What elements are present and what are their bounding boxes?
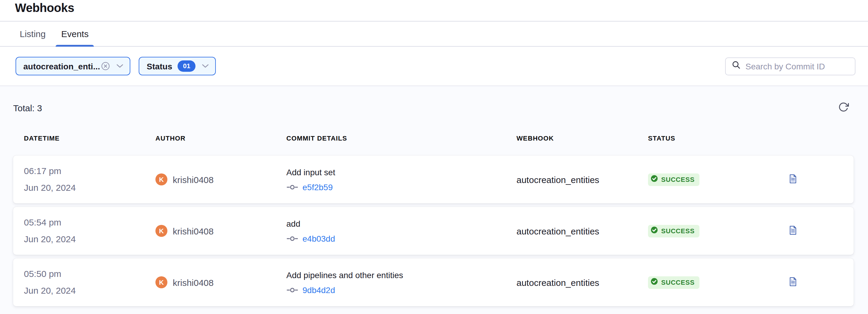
actions-cell [777, 224, 854, 238]
trigger-filter-chip[interactable]: autocreation_enti... [16, 57, 131, 75]
status-label: SUCCESS [661, 227, 695, 234]
event-time: 05:50 pm [24, 265, 155, 282]
webhook-name: autocreation_entities [517, 277, 599, 287]
webhook-cell: autocreation_entities [517, 174, 648, 184]
refresh-button[interactable] [837, 100, 850, 115]
circle-x-icon[interactable] [101, 62, 110, 70]
page-title: Webhooks [15, 1, 74, 15]
event-time: 06:17 pm [24, 163, 155, 179]
status-badge: SUCCESS [648, 225, 700, 237]
chevron-down-icon [117, 64, 123, 68]
column-header-status: STATUS [648, 135, 777, 142]
table-header: DATETIME AUTHOR COMMIT DETAILS WEBHOOK S… [13, 127, 854, 149]
trigger-filter-label: autocreation_enti... [23, 61, 100, 71]
datetime-cell: 06:17 pm Jun 20, 2024 [24, 163, 155, 196]
author-cell: K krishi0408 [155, 225, 286, 237]
git-commit-icon [286, 233, 298, 244]
commit-details-cell: Add pipelines and other entities 9db4d2d [286, 269, 517, 296]
tab-listing-label: Listing [20, 29, 46, 39]
document-icon [789, 225, 797, 236]
document-icon [789, 174, 797, 185]
author-name: krishi0408 [173, 174, 214, 184]
avatar: K [155, 225, 167, 237]
commit-link[interactable]: e4b03dd [286, 232, 517, 244]
webhook-name: autocreation_entities [517, 226, 599, 236]
avatar: K [155, 173, 167, 185]
document-icon [789, 277, 797, 288]
check-circle-icon [650, 174, 658, 185]
column-header-datetime: DATETIME [24, 135, 155, 142]
page-header: Webhooks [0, 0, 868, 22]
event-row: 05:50 pm Jun 20, 2024 K krishi0408 Add p… [13, 258, 854, 306]
filter-bar: autocreation_enti... Status 01 [0, 47, 868, 86]
author-name: krishi0408 [173, 277, 214, 287]
total-row: Total: 3 [13, 98, 854, 117]
tab-events-label: Events [61, 29, 89, 39]
commit-link[interactable]: e5f2b59 [286, 181, 517, 193]
commit-id-link[interactable]: e4b03dd [303, 232, 335, 244]
event-row: 05:54 pm Jun 20, 2024 K krishi0408 add e… [13, 207, 854, 255]
tab-events[interactable]: Events [56, 22, 94, 46]
commit-message: add [286, 218, 517, 229]
datetime-cell: 05:54 pm Jun 20, 2024 [24, 214, 155, 248]
column-header-commit-details: COMMIT DETAILS [286, 135, 517, 142]
check-circle-icon [650, 277, 658, 288]
chevron-down-icon [203, 64, 209, 68]
status-filter-chip[interactable]: Status 01 [139, 57, 216, 75]
status-cell: SUCCESS [648, 173, 777, 186]
git-commit-icon [286, 181, 298, 192]
commit-id-link[interactable]: 9db4d2d [303, 284, 335, 296]
webhook-name: autocreation_entities [517, 174, 599, 184]
datetime-cell: 05:50 pm Jun 20, 2024 [24, 265, 155, 299]
search-icon [732, 60, 741, 72]
status-label: SUCCESS [661, 176, 695, 183]
status-filter-label: Status [147, 61, 173, 71]
active-tab-underline [56, 45, 94, 47]
webhooks-events-page: Webhooks Listing Events autocreation_ent… [0, 0, 868, 314]
status-badge: SUCCESS [648, 173, 700, 186]
webhook-cell: autocreation_entities [517, 277, 648, 287]
event-date: Jun 20, 2024 [24, 179, 155, 196]
event-date: Jun 20, 2024 [24, 231, 155, 248]
commit-message: Add pipelines and other entities [286, 269, 517, 281]
column-header-webhook: WEBHOOK [517, 135, 648, 142]
git-commit-icon [286, 284, 298, 295]
webhook-cell: autocreation_entities [517, 226, 648, 236]
commit-link[interactable]: 9db4d2d [286, 284, 517, 296]
actions-cell [777, 276, 854, 289]
status-cell: SUCCESS [648, 225, 777, 237]
view-payload-button[interactable] [788, 173, 798, 186]
commit-search-box [725, 57, 856, 75]
events-content: Total: 3 DATETIME AUTHOR COMMIT DETAILS … [0, 86, 868, 314]
author-cell: K krishi0408 [155, 173, 286, 185]
event-row: 06:17 pm Jun 20, 2024 K krishi0408 Add i… [13, 155, 854, 203]
check-circle-icon [650, 226, 658, 236]
refresh-icon [838, 102, 849, 114]
commit-details-cell: Add input set e5f2b59 [286, 166, 517, 193]
search-input[interactable] [745, 61, 854, 71]
view-payload-button[interactable] [788, 224, 798, 238]
status-label: SUCCESS [661, 279, 695, 286]
commit-id-link[interactable]: e5f2b59 [303, 181, 333, 193]
commit-details-cell: add e4b03dd [286, 218, 517, 244]
status-badge: SUCCESS [648, 276, 700, 289]
status-filter-count-badge: 01 [178, 60, 196, 72]
tab-bar: Listing Events [0, 22, 868, 47]
total-count-label: Total: 3 [13, 103, 42, 113]
event-date: Jun 20, 2024 [24, 282, 155, 299]
author-name: krishi0408 [173, 226, 214, 236]
column-header-author: AUTHOR [155, 135, 286, 142]
avatar: K [155, 276, 167, 288]
event-time: 05:54 pm [24, 214, 155, 231]
view-payload-button[interactable] [788, 276, 798, 289]
tab-listing[interactable]: Listing [14, 22, 51, 46]
actions-cell [777, 173, 854, 186]
author-cell: K krishi0408 [155, 276, 286, 288]
commit-message: Add input set [286, 166, 517, 178]
status-cell: SUCCESS [648, 276, 777, 289]
